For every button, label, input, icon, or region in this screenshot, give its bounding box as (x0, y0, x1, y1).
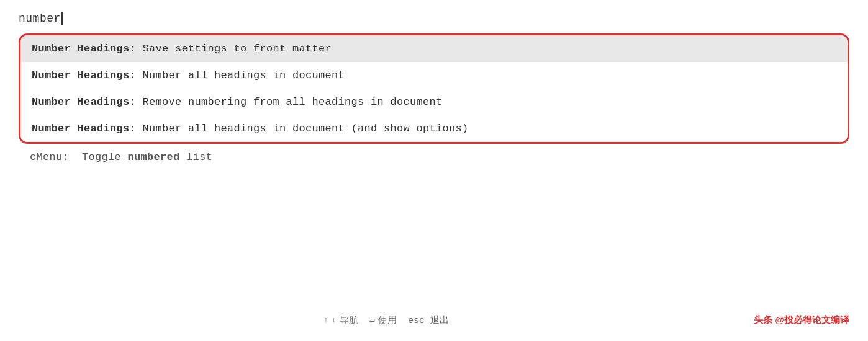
enter-hint: ↵ 使用 (369, 314, 397, 326)
esc-hint: esc 退出 (408, 314, 449, 326)
item-3-prefix: Number Headings: (32, 123, 136, 135)
dropdown-item-2[interactable]: Number Headings: Remove numbering from a… (20, 89, 848, 115)
dropdown-item-0[interactable]: Number Headings: Save settings to front … (20, 35, 848, 62)
footer-brand: 头条 @投必得论文编译 (754, 314, 849, 326)
dropdown-item-1[interactable]: Number Headings: Number all headings in … (20, 62, 848, 89)
extra-item-prefix: cMenu: (30, 151, 69, 163)
dropdown-item-3[interactable]: Number Headings: Number all headings in … (20, 115, 848, 142)
extra-item[interactable]: cMenu: Toggle numbered list (19, 144, 849, 170)
item-2-prefix: Number Headings: (32, 96, 136, 108)
search-input-area: number (19, 12, 849, 25)
item-0-prefix: Number Headings: (32, 43, 136, 55)
extra-item-text-after: list (186, 151, 212, 163)
enter-symbol: ↵ (369, 314, 375, 326)
enter-label: 使用 (378, 314, 397, 326)
item-1-prefix: Number Headings: (32, 69, 136, 81)
nav-label: 导航 (340, 314, 358, 326)
extra-item-bold: numbered (128, 151, 180, 163)
item-3-text: Number all headings in document (and sho… (136, 123, 469, 135)
extra-item-text-before: Toggle (76, 151, 128, 163)
nav-arrows-hint: ↑ ↓ 导航 (323, 314, 358, 326)
arrow-down-icon: ↓ (332, 316, 337, 325)
arrow-up-icon: ↑ (323, 316, 328, 325)
dropdown-list: Number Headings: Save settings to front … (19, 33, 849, 144)
main-container: number Number Headings: Save settings to… (0, 0, 868, 341)
esc-label: esc 退出 (408, 314, 449, 326)
footer: ↑ ↓ 导航 ↵ 使用 esc 退出 头条 @投必得论文编译 (19, 306, 849, 329)
search-query: number (19, 12, 61, 25)
item-0-text: Save settings to front matter (136, 43, 332, 55)
footer-nav: ↑ ↓ 导航 ↵ 使用 esc 退出 (323, 314, 449, 326)
item-1-text: Number all headings in document (136, 69, 345, 81)
item-2-text: Remove numbering from all headings in do… (136, 96, 443, 108)
cursor (61, 12, 63, 25)
